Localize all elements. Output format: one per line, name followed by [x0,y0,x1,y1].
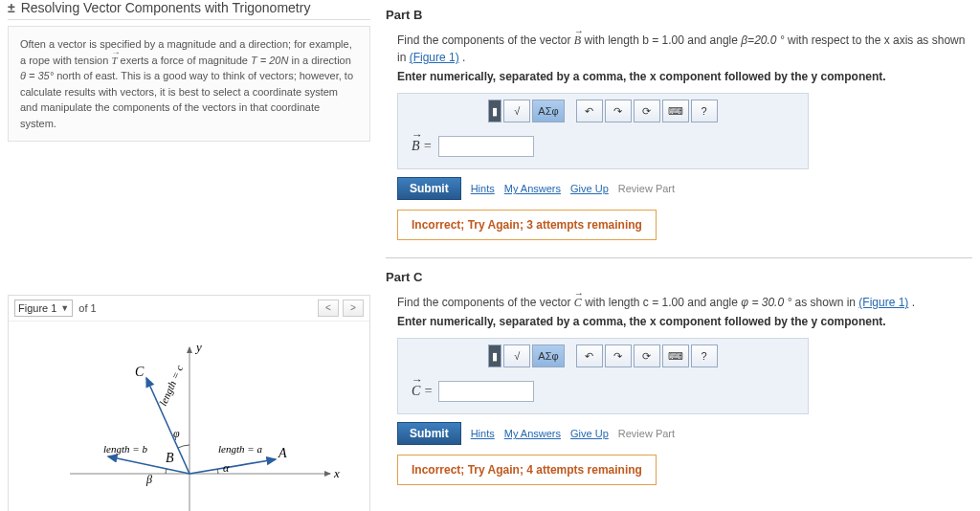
keyboard-icon: ⌨ [668,105,683,118]
len-b: length = b [103,443,147,455]
angle-value: φ = 30.0 ° [741,296,791,309]
review-part: Review Part [618,183,675,194]
vector-B: B [574,33,581,47]
part-c-feedback: Incorrect; Try Again; 4 attempts remaini… [397,455,657,485]
figure-link[interactable]: (Figure 1) [858,296,908,309]
vector-B-label: B [412,139,420,153]
submit-button[interactable]: Submit [397,177,461,200]
undo-button[interactable]: ↶ [576,100,603,122]
equation-label: B = [412,139,433,154]
vector-C-label: C [412,384,420,398]
give-up-link[interactable]: Give Up [570,183,609,194]
equation-row: C = [398,373,808,406]
prompt-text: with length c = 1.00 and angle [585,296,741,309]
templates-toggle[interactable]: ▮ [488,100,501,122]
part-b-prompt: Find the components of the vector B with… [386,32,972,66]
part-c-instruction: Enter numerically, separated by a comma,… [386,315,972,328]
figure-select[interactable]: Figure 1 ▼ [14,300,73,317]
vec-B: B [166,451,174,465]
part-b-instruction: Enter numerically, separated by a comma,… [386,70,972,83]
reset-button[interactable]: ⟳ [634,100,660,122]
hints-link[interactable]: Hints [471,183,495,194]
submit-row: Submit Hints My Answers Give Up Review P… [397,177,972,200]
svg-line-5 [108,456,189,474]
part-b-answer-area: ▮ √ ΑΣφ ↶ ↷ ⟳ ⌨ ? B = [397,93,809,169]
angle-value: β=20.0 ° [741,33,784,47]
undo-button[interactable]: ↶ [576,344,603,367]
greek-button[interactable]: ΑΣφ [532,100,564,122]
len-a: length = a [218,443,262,455]
figure-body: y x A α length = a B β length = b [9,322,369,511]
vector-diagram: y x A α length = a B β length = b [32,330,347,511]
part-b-feedback: Incorrect; Try Again; 3 attempts remaini… [397,210,657,240]
review-part: Review Part [618,428,675,439]
root-button[interactable]: √ [503,344,530,367]
vector-C: C [574,296,582,309]
part-b: Part B Find the components of the vector… [386,8,972,240]
figure-of: of 1 [77,302,98,314]
prompt-text: Find the components of the vector [397,33,574,47]
part-c-header: Part C [386,257,972,284]
equation-row: B = [398,128,808,161]
reset-button[interactable]: ⟳ [634,344,660,367]
figure-select-label: Figure 1 [18,302,56,314]
root-icon: √ [514,105,520,117]
vec-A: A [278,446,287,460]
help-icon: ? [702,350,707,362]
submit-button[interactable]: Submit [397,422,461,445]
prompt-text: . [912,296,915,309]
angle-alpha: α [223,461,230,475]
my-answers-link[interactable]: My Answers [504,428,561,439]
help-button[interactable]: ? [691,344,718,367]
intro-text: exerts a force of magnitude [121,55,251,66]
equation-label: C = [412,384,433,399]
prompt-text: with length b = 1.00 and angle [584,33,741,47]
answer-toolbar: ▮ √ ΑΣφ ↶ ↷ ⟳ ⌨ ? [398,339,808,373]
my-answers-link[interactable]: My Answers [504,183,561,194]
root-icon: √ [514,350,520,362]
greek-label: ΑΣφ [538,105,558,117]
root-button[interactable]: √ [503,100,530,122]
submit-row: Submit Hints My Answers Give Up Review P… [397,422,972,445]
vec-C: C [135,365,145,379]
reset-icon: ⟳ [642,350,651,363]
redo-button[interactable]: ↷ [605,344,632,367]
expand-icon: ± [8,0,15,15]
part-c-prompt: Find the components of the vector C with… [386,294,972,311]
figure-header: Figure 1 ▼ of 1 < > [9,296,369,322]
keyboard-button[interactable]: ⌨ [662,100,689,122]
prompt-text: Find the components of the vector [397,296,574,309]
greek-label: ΑΣφ [538,350,558,362]
part-c: Part C Find the components of the vector… [386,257,972,485]
figure-next-button[interactable]: > [343,300,364,317]
answer-input[interactable] [438,381,534,402]
templates-toggle[interactable]: ▮ [488,344,501,367]
intro-eq: T = 20N [251,55,288,66]
len-c: length = c [156,363,184,407]
figure-panel: Figure 1 ▼ of 1 < > [8,295,370,511]
redo-icon: ↷ [613,105,622,118]
greek-button[interactable]: ΑΣφ [532,344,564,367]
help-button[interactable]: ? [691,100,718,122]
answer-toolbar: ▮ √ ΑΣφ ↶ ↷ ⟳ ⌨ ? [398,94,808,128]
axis-x: x [333,466,340,480]
hints-link[interactable]: Hints [471,428,495,439]
undo-icon: ↶ [585,350,593,363]
module-title: ± Resolving Vector Components with Trigo… [8,0,370,20]
angle-phi: φ [173,427,180,440]
answer-input[interactable] [438,136,534,157]
give-up-link[interactable]: Give Up [570,428,609,439]
prompt-text: . [462,51,465,64]
chevron-down-icon: ▼ [60,303,69,313]
figure-prev-button[interactable]: < [318,300,339,317]
part-c-answer-area: ▮ √ ΑΣφ ↶ ↷ ⟳ ⌨ ? C = [397,338,809,414]
intro-text: north of east. This is a good way to thi… [20,70,353,129]
redo-button[interactable]: ↷ [605,100,632,122]
vector-T: T [111,55,117,66]
redo-icon: ↷ [613,350,622,363]
keyboard-button[interactable]: ⌨ [662,344,689,367]
axis-y: y [194,340,202,354]
module-title-text: Resolving Vector Components with Trigono… [21,0,311,15]
figure-link[interactable]: (Figure 1) [410,51,459,64]
intro-text: in a direction [291,55,350,66]
